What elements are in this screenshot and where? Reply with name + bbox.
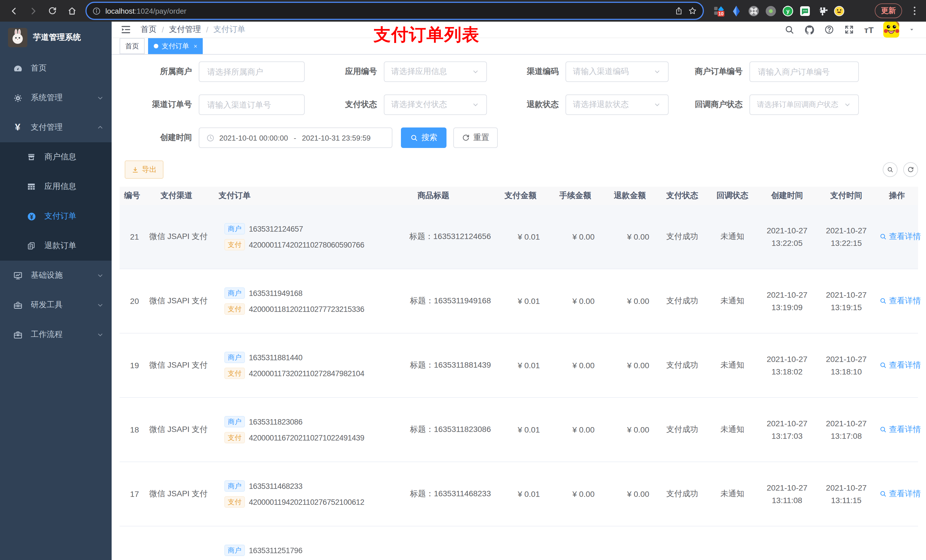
browser-update-button[interactable]: 更新 [875,3,902,18]
browser-back-icon[interactable] [6,3,22,19]
help-icon[interactable] [825,24,835,35]
cell-refund: ¥ 0.00 [602,425,657,434]
sidebar-item-refund-order[interactable]: 退款订单 [0,231,112,261]
sidebar-item-app-info[interactable]: 应用信息 [0,172,112,201]
extension-chat-icon[interactable] [800,5,810,16]
fullscreen-icon[interactable] [844,24,855,35]
sidebar-item-infra[interactable]: 基础设施 [0,261,112,290]
extensions-row: 10 y [714,5,870,16]
notify-status-select[interactable]: 请选择订单回调商户状态 [749,95,859,115]
view-detail-link[interactable]: 查看详情 [879,424,921,435]
browser-menu-icon[interactable] [909,5,920,17]
mch-order-no-input[interactable] [749,62,859,82]
chevron-down-icon [97,331,104,338]
mch-order-no-field[interactable] [757,66,851,77]
refund-status-select[interactable]: 请选择退款状态 [566,95,669,115]
export-button-label: 导出 [142,165,157,175]
filter-label: 商户订单编号 [669,66,749,77]
cell-pay-time: 2021-10-2713:19:15 [817,288,876,314]
browser-reload-icon[interactable] [44,3,61,19]
pay-tag: 支付 [224,368,245,379]
extension-y-icon[interactable]: y [782,5,793,16]
col-header-channel: 支付渠道 [142,191,211,201]
browser-toolbar: localhost:1024/pay/order 10 y 更新 [0,0,926,22]
extension-dot-icon[interactable] [766,5,776,16]
sidebar-item-system[interactable]: 系统管理 [0,83,112,113]
cell-status: 支付成功 [657,232,707,242]
extension-command-icon[interactable] [748,5,759,16]
merchant-input[interactable] [199,62,305,82]
pay-status-select[interactable]: 请选择支付状态 [384,95,487,115]
col-header-refund: 退款金额 [602,191,657,201]
channel-order-no-field[interactable] [206,100,297,110]
merchant-order-no: 1635311949168 [249,289,303,297]
cell-order-numbers: 商户1635311251796 支付 [211,540,374,560]
tab-home[interactable]: 首页 [120,38,145,54]
view-detail-link[interactable]: 查看详情 [879,489,921,499]
search-button[interactable]: 搜索 [401,127,446,148]
sidebar-item-pay-order[interactable]: 支付订单 [0,201,112,231]
cell-pay-time: 2021-10-2713:17:08 [817,417,876,442]
refresh-table-button[interactable] [903,162,918,177]
extension-wallet-icon[interactable]: 10 [714,5,725,16]
view-detail-link[interactable]: 查看详情 [879,232,921,242]
search-icon[interactable] [784,24,795,35]
bookmark-star-icon[interactable] [688,6,697,15]
tab-pay-order[interactable]: 支付订单 × [148,38,203,54]
cell-id: 21 [120,232,142,241]
channel-order-no-input[interactable] [199,95,305,115]
extension-kite-icon[interactable] [731,5,742,16]
app-logo[interactable]: 芋道管理系统 [0,22,112,53]
channel-code-select[interactable]: 请输入渠道编码 [566,62,669,82]
app-title: 芋道管理系统 [33,32,81,43]
view-detail-link[interactable]: 查看详情 [879,296,921,306]
date-separator: - [292,133,297,142]
cell-notify: 未通知 [707,360,757,370]
sidebar-item-label: 系统管理 [31,93,63,103]
merchant-input-field[interactable] [206,66,297,77]
cell-channel: 微信 JSAPI 支付 [142,489,211,499]
breadcrumb-current: 支付订单 [213,24,245,35]
select-placeholder: 请选择支付状态 [391,100,472,110]
sidebar-item-home[interactable]: 首页 [0,53,112,83]
merchant-order-no: 1635311881440 [249,353,303,362]
github-icon[interactable] [804,24,815,35]
merchant-tag: 商户 [224,545,245,556]
export-button[interactable]: 导出 [125,160,163,179]
close-icon[interactable]: × [194,43,197,50]
breadcrumb-separator: / [206,25,209,34]
cell-create-time: 2021-10-2713:19:09 [757,288,817,314]
share-icon[interactable] [674,6,683,15]
browser-forward-icon[interactable] [25,3,41,19]
site-info-icon[interactable] [92,6,101,15]
toggle-search-button[interactable] [883,162,897,177]
reset-button[interactable]: 重置 [453,127,498,148]
create-time-range-picker[interactable]: 2021-10-01 00:00:00 - 2021-10-31 23:59:5… [199,127,392,148]
orders-table: 编号 支付渠道 支付订单 商品标题 支付金额 手续金额 退款金额 支付状态 回调… [120,187,918,560]
merchant-order-no: 1635311823086 [249,417,303,426]
sidebar-item-pay[interactable]: ¥ 支付管理 [0,113,112,142]
sidebar-item-label: 支付订单 [44,211,76,221]
address-bar[interactable]: localhost:1024/pay/order [85,2,704,20]
chevron-down-icon [472,101,480,109]
sidebar-item-label: 退款订单 [44,241,76,251]
extension-emoji-icon[interactable] [834,5,844,16]
extension-puzzle-icon[interactable] [817,5,828,16]
caret-down-icon[interactable] [909,27,915,32]
filter-label: 渠道订单号 [120,100,199,110]
sidebar-item-workflow[interactable]: 工作流程 [0,320,112,349]
cell-channel: 微信 JSAPI 支付 [142,424,211,435]
breadcrumb-pay[interactable]: 支付管理 [169,24,201,35]
cell-create-time: 2021-10-2713:18:02 [757,353,817,378]
view-detail-link[interactable]: 查看详情 [879,360,921,370]
sidebar-item-devtools[interactable]: 研发工具 [0,290,112,320]
avatar[interactable] [883,22,899,38]
search-icon [879,490,887,498]
sidebar-item-merchant-info[interactable]: 商户信息 [0,142,112,172]
hamburger-icon[interactable] [120,24,132,35]
breadcrumb-home[interactable]: 首页 [141,24,157,35]
app-select[interactable]: 请选择应用信息 [384,62,487,82]
yen-circle-icon [26,211,36,221]
font-size-icon[interactable]: ᴛT [864,25,874,35]
browser-home-icon[interactable] [64,3,80,19]
